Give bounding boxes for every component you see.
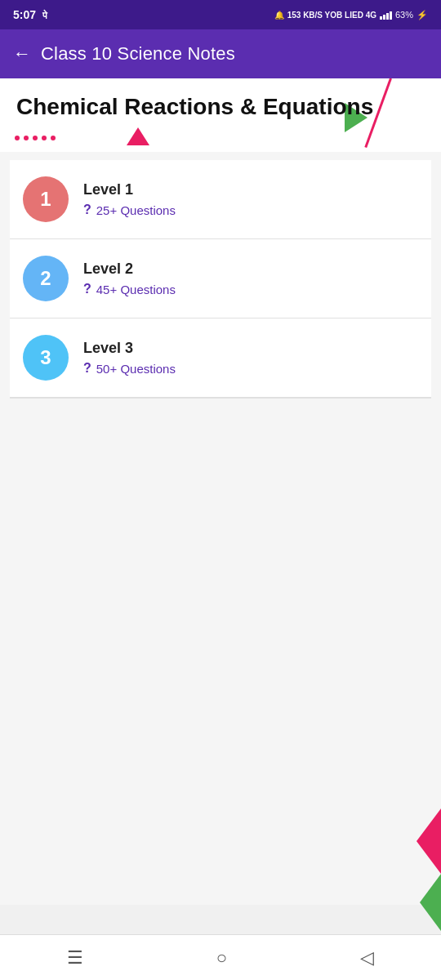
- level-info-3: Level 3 ? 50+ Questions: [83, 340, 176, 376]
- content-card: 1 Level 1 ? 25+ Questions 2 Level 2 ? 45…: [0, 152, 441, 905]
- back-nav-button[interactable]: ◁: [344, 941, 390, 975]
- deco-corner-green: [420, 874, 441, 931]
- status-bar: 5:07 पे 🔔 153 KB/S YOB LIED 4G 63% ⚡: [0, 0, 441, 29]
- level-questions-1: ? 25+ Questions: [83, 203, 176, 217]
- nav-bar: ☰ ○ ◁: [0, 934, 441, 980]
- question-icon-2: ?: [83, 282, 91, 296]
- level-questions-3: ? 50+ Questions: [83, 361, 176, 376]
- question-icon-3: ?: [83, 361, 91, 376]
- deco-corner-red: [416, 808, 441, 874]
- level-circle-1: 1: [23, 176, 69, 222]
- app-bar: ← Class 10 Science Notes: [0, 29, 441, 78]
- level-item-2[interactable]: 2 Level 2 ? 45+ Questions: [10, 239, 431, 318]
- back-button[interactable]: ←: [13, 45, 31, 63]
- menu-button[interactable]: ☰: [51, 941, 100, 975]
- chapter-title: Chemical Reactions & Equations: [16, 93, 425, 134]
- level-name-1: Level 1: [83, 181, 176, 198]
- deco-dots: [15, 136, 56, 140]
- level-name-2: Level 2: [83, 261, 176, 278]
- level-circle-3: 3: [23, 335, 69, 381]
- battery-indicator: 63%: [395, 10, 413, 20]
- signal-icon: [380, 10, 392, 20]
- empty-area: [0, 399, 441, 889]
- level-info-2: Level 2 ? 45+ Questions: [83, 261, 176, 296]
- level-name-3: Level 3: [83, 340, 176, 357]
- level-item-3[interactable]: 3 Level 3 ? 50+ Questions: [10, 318, 431, 398]
- header-section: Chemical Reactions & Equations: [0, 78, 441, 152]
- level-item-1[interactable]: 1 Level 1 ? 25+ Questions: [10, 160, 431, 239]
- battery-icon: ⚡: [416, 10, 428, 20]
- level-questions-2: ? 45+ Questions: [83, 282, 176, 296]
- question-icon-1: ?: [83, 203, 91, 217]
- home-button[interactable]: ○: [200, 941, 243, 975]
- status-time: 5:07 पे: [13, 8, 47, 21]
- level-info-1: Level 1 ? 25+ Questions: [83, 181, 176, 217]
- app-bar-title: Class 10 Science Notes: [41, 43, 235, 65]
- level-circle-2: 2: [23, 256, 69, 301]
- status-icons: 🔔 153 KB/S YOB LIED 4G 63% ⚡: [274, 10, 428, 20]
